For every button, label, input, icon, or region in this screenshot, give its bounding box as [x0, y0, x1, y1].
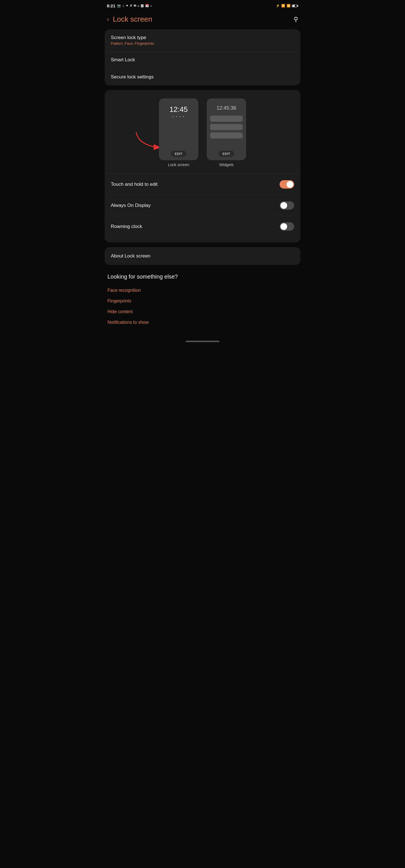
about-label: About Lock screen [111, 253, 150, 258]
hide-content-link[interactable]: Hide content [108, 306, 297, 317]
back-button[interactable]: ‹ [107, 16, 109, 23]
widgets-edit-button[interactable]: EDIT [219, 151, 234, 157]
signal-icon: 📶 [287, 4, 291, 8]
toggle-knob-2 [281, 202, 287, 209]
always-on-label: Always On Display [111, 203, 151, 208]
widgets-preview: 12:45:36 EDIT Widgets [207, 98, 246, 167]
smart-lock-label: Smart Lock [111, 57, 294, 63]
touch-hold-label: Touch and hold to edit [111, 182, 157, 187]
lock-screen-caption: Lock screen [168, 162, 189, 167]
roaming-clock-toggle[interactable] [280, 222, 294, 231]
fingerprints-link[interactable]: Fingerprints [108, 296, 297, 306]
search-button[interactable]: ⚲ [294, 16, 298, 23]
screen-lock-type-subtitle: Pattern, Face, Fingerprints [111, 41, 294, 45]
widget-bar-1 [210, 116, 243, 122]
touch-hold-toggle[interactable] [280, 180, 294, 189]
notifications-link[interactable]: Notifications to show [108, 317, 297, 328]
roaming-clock-toggle-item[interactable]: Roaming clock [111, 216, 294, 237]
face-recognition-link[interactable]: Face recognition [108, 285, 297, 296]
status-bar: 8:21 📷 ·: ✦ ✗ ✉ ≡ 🖼 📅 • ⚡ 🛜 📶 [101, 0, 304, 10]
touch-hold-toggle-item[interactable]: Touch and hold to edit [111, 174, 294, 195]
widgets-frame: 12:45:36 EDIT [207, 98, 246, 160]
widget-bar-2 [210, 124, 243, 130]
smart-lock-item[interactable]: Smart Lock [105, 52, 300, 69]
page-header: ‹ Lock screen ⚲ [101, 10, 304, 29]
bluetooth-icon: ⚡ [276, 4, 280, 8]
widget-bar-3 [210, 132, 243, 138]
home-bar [185, 341, 220, 342]
widgets-caption: Widgets [220, 162, 234, 167]
always-on-toggle[interactable] [280, 201, 294, 210]
toggle-knob-3 [281, 223, 287, 230]
preview-row: 12:45 • • • • EDIT Lock screen 12:45:36 … [111, 98, 294, 167]
screen-lock-type-item[interactable]: Screen lock type Pattern, Face, Fingerpr… [105, 29, 300, 52]
suggestions-heading: Looking for something else? [108, 274, 297, 280]
roaming-clock-label: Roaming clock [111, 224, 142, 229]
secure-lock-label: Secure lock settings [111, 74, 294, 80]
lock-screen-edit-button[interactable]: EDIT [171, 151, 186, 157]
preview-time-2: 12:45:36 [216, 105, 236, 111]
security-card: Screen lock type Pattern, Face, Fingerpr… [105, 29, 300, 86]
preview-dots: • • • • [172, 115, 184, 118]
battery-icon [292, 4, 298, 7]
page-title: Lock screen [113, 15, 152, 24]
lock-screen-preview: 12:45 • • • • EDIT Lock screen [159, 98, 198, 167]
always-on-toggle-item[interactable]: Always On Display [111, 195, 294, 216]
notification-icons: 📷 ·: ✦ ✗ ✉ ≡ 🖼 📅 • [117, 4, 152, 8]
toggle-knob-1 [287, 181, 293, 188]
preview-time-1: 12:45 [169, 105, 187, 114]
screen-lock-type-label: Screen lock type [111, 35, 294, 40]
lock-screen-frame: 12:45 • • • • EDIT [159, 98, 198, 160]
secure-lock-item[interactable]: Secure lock settings [105, 69, 300, 86]
about-card[interactable]: About Lock screen [105, 247, 300, 265]
wifi-icon: 🛜 [281, 4, 285, 8]
home-indicator [101, 336, 304, 345]
status-indicators: ⚡ 🛜 📶 [276, 4, 298, 8]
preview-section: 12:45 • • • • EDIT Lock screen 12:45:36 … [105, 90, 300, 243]
suggestions-section: Looking for something else? Face recogni… [101, 271, 304, 331]
status-time: 8:21 📷 ·: ✦ ✗ ✉ ≡ 🖼 📅 • [107, 3, 152, 8]
